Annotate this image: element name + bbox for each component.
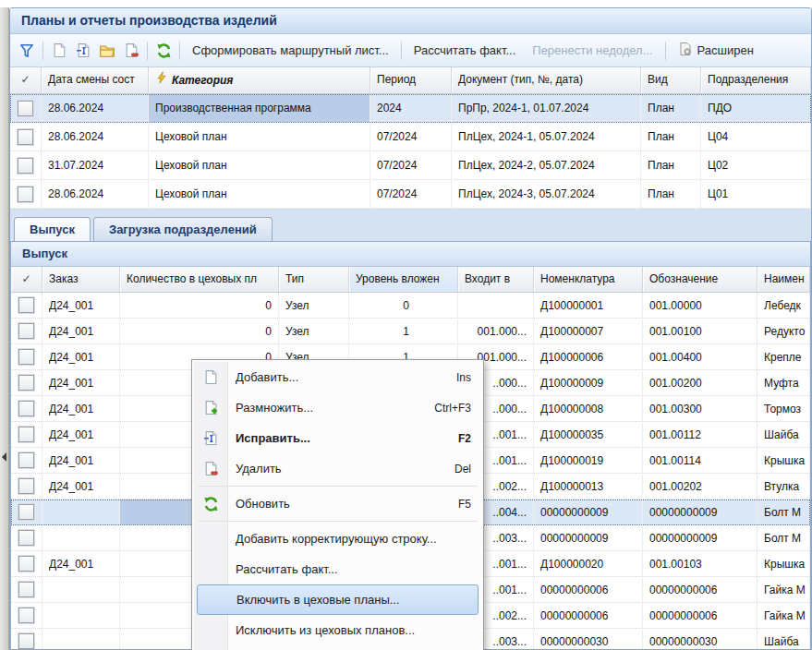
- cell-parent[interactable]: 001.000...: [458, 319, 534, 343]
- cell-order[interactable]: [42, 500, 120, 524]
- cell-designation[interactable]: 001.00400: [643, 344, 757, 369]
- menu-item[interactable]: Исправить...F2: [194, 423, 481, 453]
- cell-name[interactable]: Шайба: [757, 422, 810, 447]
- refresh-icon[interactable]: [151, 40, 176, 62]
- cell-nomenclature[interactable]: 00000000009: [534, 525, 643, 550]
- cell-level[interactable]: 0: [349, 293, 458, 318]
- cell-name[interactable]: Болт М: [757, 525, 810, 550]
- cell-category[interactable]: Цеховой план: [149, 151, 370, 179]
- cell-date[interactable]: 28.06.2024: [42, 94, 149, 122]
- column-header-3[interactable]: Период: [370, 67, 452, 93]
- row-checkbox[interactable]: [18, 452, 34, 468]
- row-checkbox[interactable]: [18, 375, 34, 391]
- row-checkbox[interactable]: [18, 478, 34, 494]
- cell-designation[interactable]: 001.00000: [643, 293, 757, 318]
- cell-order[interactable]: Д24_001: [42, 344, 120, 369]
- cell-name[interactable]: Тормоз: [757, 396, 810, 421]
- cell-period[interactable]: 07/2024: [370, 151, 452, 179]
- row-checkbox[interactable]: [18, 530, 34, 546]
- cell-document[interactable]: ПлЦех, 2024-3, 05.07.2024: [452, 180, 641, 208]
- row-checkbox[interactable]: [18, 582, 34, 597]
- cell-designation[interactable]: 001.00300: [643, 396, 757, 421]
- cell-order[interactable]: Д24_001: [42, 319, 120, 343]
- delete-document-icon[interactable]: [119, 40, 143, 62]
- cell-qty[interactable]: 0: [120, 319, 279, 343]
- cell-designation[interactable]: 001.00200: [643, 370, 757, 395]
- cell-nomenclature[interactable]: Д100000020: [534, 551, 643, 576]
- cell-qty[interactable]: 0: [120, 293, 279, 318]
- cell-kind[interactable]: План: [641, 123, 701, 150]
- cell-division[interactable]: Ц01: [701, 180, 811, 208]
- cell-nomenclature[interactable]: Д100000007: [534, 319, 643, 343]
- row-checkbox[interactable]: [18, 633, 34, 649]
- cell-name[interactable]: Втулка: [757, 474, 810, 499]
- cell-division[interactable]: Ц04: [701, 123, 811, 150]
- cell-name[interactable]: Крышка: [757, 448, 810, 473]
- menu-item[interactable]: Рассчитать факт...: [194, 554, 481, 584]
- menu-item[interactable]: Размножить...Ctrl+F3: [194, 392, 481, 423]
- column-header-1[interactable]: Заказ: [42, 267, 120, 292]
- cell-kind[interactable]: План: [641, 151, 701, 179]
- cell-kind[interactable]: План: [641, 94, 701, 122]
- cell-designation[interactable]: 001.00202: [643, 474, 757, 499]
- cell-period[interactable]: 2024: [370, 94, 452, 122]
- row-checkbox[interactable]: [18, 556, 34, 572]
- cell-name[interactable]: Гайка М: [757, 603, 810, 628]
- cell-nomenclature[interactable]: Д100000001: [534, 293, 643, 318]
- table-row[interactable]: 31.07.2024Цеховой план07/2024ПлЦех, 2024…: [10, 151, 811, 180]
- cell-name[interactable]: Муфта: [757, 370, 810, 395]
- collapse-left-icon[interactable]: [2, 452, 6, 462]
- cell-nomenclature[interactable]: Д100000009: [534, 370, 643, 395]
- column-header-5[interactable]: Вид: [641, 67, 701, 93]
- calculate-fact-button[interactable]: Рассчитать факт...: [406, 43, 525, 57]
- cell-designation[interactable]: 001.00100: [643, 319, 757, 343]
- cell-designation[interactable]: 00000000009: [643, 500, 757, 524]
- cell-kind[interactable]: План: [641, 180, 701, 208]
- cell-name[interactable]: Редукто: [757, 319, 810, 343]
- row-checkbox[interactable]: [18, 187, 33, 202]
- cell-category[interactable]: Цеховой план: [149, 180, 370, 208]
- cell-nomenclature[interactable]: 00000000006: [534, 577, 643, 602]
- generate-route-sheet-button[interactable]: Сформировать маршрутный лист...: [184, 43, 397, 57]
- row-checkbox[interactable]: [18, 349, 34, 365]
- cell-type[interactable]: Узел: [279, 293, 349, 318]
- row-checkbox[interactable]: [18, 101, 33, 116]
- row-checkbox[interactable]: [18, 427, 34, 442]
- cell-order[interactable]: [42, 629, 120, 649]
- cell-order[interactable]: [42, 577, 120, 602]
- tab-inactive[interactable]: Загрузка подразделений: [93, 217, 273, 241]
- column-header-5[interactable]: Входит в: [458, 267, 534, 292]
- menu-item[interactable]: УдалитьDel: [194, 453, 481, 484]
- cell-order[interactable]: Д24_001: [42, 448, 120, 473]
- row-checkbox[interactable]: [18, 504, 34, 520]
- row-checkbox[interactable]: [18, 297, 34, 313]
- column-header-4[interactable]: Документ (тип, №, дата): [452, 67, 641, 93]
- menu-item[interactable]: Добавить...Ins: [194, 362, 481, 392]
- cell-designation[interactable]: 00000000009: [643, 525, 757, 550]
- extended-button[interactable]: Расширен: [670, 42, 762, 59]
- cell-date[interactable]: 28.06.2024: [42, 180, 149, 208]
- select-all-header[interactable]: ✓: [11, 267, 42, 292]
- cell-designation[interactable]: 001.00114: [643, 448, 757, 473]
- column-header-3[interactable]: Тип: [279, 267, 349, 292]
- cell-designation[interactable]: 001.00103: [643, 551, 757, 576]
- cell-nomenclature[interactable]: 00000000009: [534, 500, 643, 524]
- cell-designation[interactable]: 00000000030: [643, 629, 757, 649]
- cell-order[interactable]: Д24_001: [42, 370, 120, 395]
- menu-item[interactable]: ОбновитьF5: [194, 488, 481, 519]
- menu-item[interactable]: Исключить из цеховых планов...: [194, 615, 481, 645]
- column-header-2[interactable]: Количество в цеховых пл: [120, 267, 279, 292]
- table-row[interactable]: 28.06.2024Цеховой план07/2024ПлЦех, 2024…: [10, 180, 811, 209]
- table-row[interactable]: 28.06.2024Производственная программа2024…: [10, 94, 811, 123]
- cell-order[interactable]: Д24_001: [42, 474, 120, 499]
- cell-order[interactable]: [42, 525, 120, 550]
- cell-name[interactable]: Гайка М: [757, 577, 810, 602]
- cell-order[interactable]: [42, 603, 120, 628]
- cell-nomenclature[interactable]: 00000000006: [534, 603, 643, 628]
- tab-active[interactable]: Выпуск: [14, 217, 91, 241]
- row-checkbox[interactable]: [18, 401, 34, 416]
- cell-nomenclature[interactable]: 00000000030: [534, 629, 643, 649]
- column-header-6[interactable]: Подразделения: [701, 67, 811, 93]
- row-checkbox[interactable]: [18, 129, 33, 145]
- cell-nomenclature[interactable]: Д100000019: [534, 448, 643, 473]
